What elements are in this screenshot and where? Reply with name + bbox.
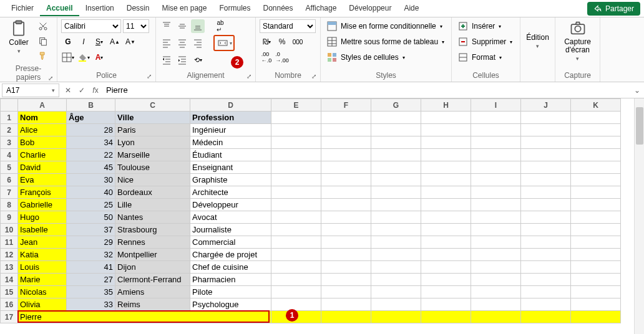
column-header[interactable]: A	[18, 99, 67, 112]
cell[interactable]	[571, 124, 621, 136]
cell[interactable]	[521, 249, 571, 261]
cell[interactable]: 45	[67, 161, 115, 174]
cell[interactable]: Amiens	[115, 286, 190, 298]
cell[interactable]: Clermont-Ferrand	[115, 274, 190, 286]
cell[interactable]	[271, 224, 321, 236]
cell[interactable]	[421, 149, 471, 161]
fill-color-button[interactable]: ▾	[77, 50, 90, 64]
cell[interactable]: Journaliste	[190, 224, 271, 236]
row-header[interactable]: 4	[1, 149, 18, 161]
cell[interactable]: Ville	[115, 112, 190, 124]
cell[interactable]: Nom	[18, 112, 67, 124]
cell[interactable]	[471, 161, 521, 174]
cell[interactable]	[471, 211, 521, 224]
clipboard-dialog-launcher[interactable]: ⤢	[48, 75, 53, 82]
row-header[interactable]: 12	[1, 249, 18, 261]
cell[interactable]	[521, 136, 571, 149]
cell[interactable]	[421, 161, 471, 174]
cell[interactable]	[471, 298, 521, 311]
cell[interactable]: Nantes	[115, 211, 190, 224]
cell[interactable]	[371, 186, 421, 199]
align-bottom-button[interactable]	[191, 19, 205, 33]
cell[interactable]	[421, 249, 471, 261]
cell[interactable]	[471, 124, 521, 136]
font-dialog-launcher[interactable]: ⤢	[147, 73, 152, 80]
row-header[interactable]: 15	[1, 286, 18, 298]
cell[interactable]	[321, 211, 371, 224]
cell[interactable]: Gabrielle	[18, 199, 67, 211]
comma-button[interactable]: 000	[291, 35, 305, 49]
font-color-button[interactable]: A▾	[92, 50, 106, 64]
cell[interactable]	[571, 311, 621, 323]
cell[interactable]: Ingénieur	[190, 124, 271, 136]
font-size-combo[interactable]: 11	[123, 19, 149, 33]
cell[interactable]: Olivia	[18, 298, 67, 311]
cell[interactable]: Lille	[115, 199, 190, 211]
cell[interactable]: 28	[67, 124, 115, 136]
cell[interactable]: Toulouse	[115, 161, 190, 174]
row-header[interactable]: 2	[1, 124, 18, 136]
cell[interactable]	[371, 286, 421, 298]
cell[interactable]: Strasbourg	[115, 224, 190, 236]
cell[interactable]	[321, 186, 371, 199]
decrease-decimal-button[interactable]: .0→.00	[275, 50, 289, 64]
cell[interactable]: 41	[67, 261, 115, 274]
wrap-text-button[interactable]: ab↵	[213, 19, 227, 33]
column-header[interactable]: J	[521, 99, 571, 112]
cell[interactable]	[371, 149, 421, 161]
tab-formules[interactable]: Formules	[213, 1, 256, 16]
cell[interactable]	[571, 136, 621, 149]
cell[interactable]	[571, 174, 621, 186]
orientation-button[interactable]: ⟲▾	[191, 53, 205, 67]
cell[interactable]: Isabelle	[18, 224, 67, 236]
cell[interactable]	[421, 211, 471, 224]
cell[interactable]: Nice	[115, 174, 190, 186]
formula-bar-expand[interactable]: ⌄	[630, 86, 644, 95]
cell[interactable]	[321, 311, 371, 323]
row-header[interactable]: 11	[1, 236, 18, 249]
cell[interactable]: François	[18, 186, 67, 199]
cell[interactable]	[421, 124, 471, 136]
formula-input[interactable]	[102, 84, 630, 97]
cell[interactable]	[471, 174, 521, 186]
cell[interactable]	[271, 261, 321, 274]
row-header[interactable]: 6	[1, 174, 18, 186]
cell[interactable]	[571, 298, 621, 311]
cell[interactable]: Pilote	[190, 286, 271, 298]
cell[interactable]: Médecin	[190, 136, 271, 149]
cell[interactable]: Commercial	[190, 236, 271, 249]
cell[interactable]: Marie	[18, 274, 67, 286]
number-format-combo[interactable]: Standard	[260, 19, 316, 33]
cell[interactable]	[371, 211, 421, 224]
cell[interactable]	[571, 211, 621, 224]
increase-font-button[interactable]: A▲	[108, 35, 122, 49]
row-header[interactable]: 16	[1, 298, 18, 311]
cell[interactable]	[321, 298, 371, 311]
tab-données[interactable]: Données	[256, 1, 299, 16]
column-header[interactable]: H	[421, 99, 471, 112]
cell[interactable]	[271, 274, 321, 286]
cell[interactable]	[321, 136, 371, 149]
cancel-formula-button[interactable]: ✕	[61, 84, 75, 97]
merge-center-button[interactable]	[216, 36, 230, 50]
cell[interactable]: David	[18, 161, 67, 174]
format-painter-button[interactable]	[36, 49, 50, 63]
cell[interactable]	[271, 112, 321, 124]
cell[interactable]	[521, 224, 571, 236]
cell[interactable]	[521, 161, 571, 174]
cell[interactable]	[521, 211, 571, 224]
cell[interactable]	[471, 199, 521, 211]
cell[interactable]	[371, 199, 421, 211]
cell[interactable]: Hugo	[18, 211, 67, 224]
cell[interactable]	[471, 136, 521, 149]
cell[interactable]	[421, 286, 471, 298]
cell[interactable]	[371, 224, 421, 236]
cell[interactable]: Bordeaux	[115, 186, 190, 199]
cell[interactable]	[571, 236, 621, 249]
row-header[interactable]: 13	[1, 261, 18, 274]
cell[interactable]	[271, 236, 321, 249]
cell[interactable]: Âge	[67, 112, 115, 124]
cell[interactable]	[471, 186, 521, 199]
tab-dessin[interactable]: Dessin	[120, 1, 156, 16]
row-header[interactable]: 8	[1, 199, 18, 211]
